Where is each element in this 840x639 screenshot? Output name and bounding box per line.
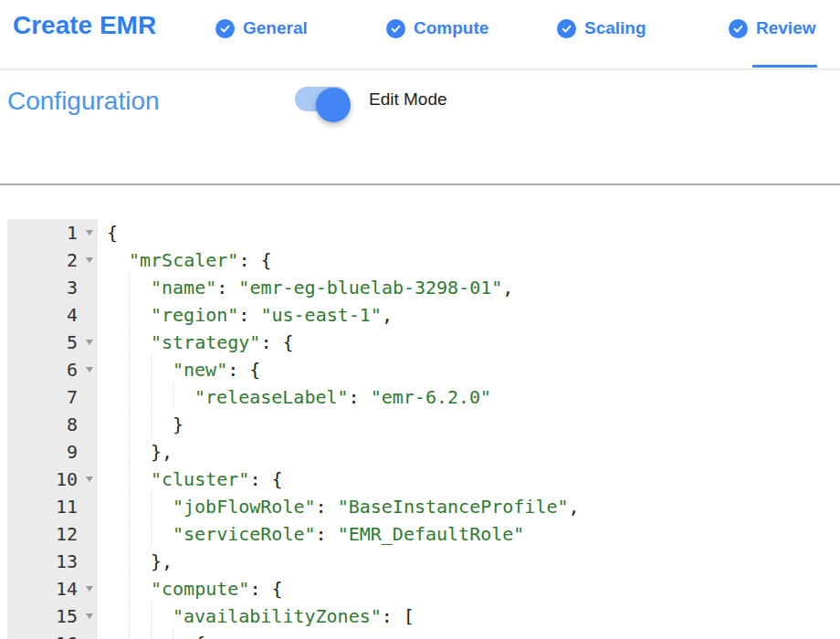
fold-arrow-slot	[80, 301, 98, 329]
gutter-cell: 15	[7, 602, 98, 630]
json-key: "region"	[151, 301, 238, 329]
json-string: "EMR_DefaultRole"	[338, 520, 525, 548]
indent-guide	[107, 575, 129, 602]
indent-guide	[151, 411, 173, 438]
json-punctuation: ,	[382, 301, 393, 329]
json-key: "compute"	[151, 575, 249, 602]
editor-line: 9},	[7, 438, 840, 466]
indent-guide	[129, 411, 151, 438]
json-punctuation: }	[173, 411, 184, 438]
indent-guide	[129, 438, 151, 466]
code-line[interactable]: "strategy": {	[98, 329, 840, 356]
gutter-cell: 6	[7, 356, 98, 383]
json-key: "mrScaler"	[129, 246, 238, 274]
json-key: "cluster"	[151, 466, 249, 493]
indent-guide	[151, 383, 173, 411]
gutter-cell: 9	[7, 438, 98, 466]
indent-guide	[129, 493, 151, 520]
code-line[interactable]: },	[98, 548, 840, 575]
line-number: 2	[7, 246, 80, 274]
line-number: 5	[7, 329, 80, 356]
check-circle-icon	[386, 19, 405, 38]
tab-general[interactable]: General	[215, 18, 308, 38]
fold-arrow[interactable]	[80, 329, 98, 356]
fold-arrow[interactable]	[80, 246, 98, 274]
indent-guide	[129, 383, 151, 411]
check-circle-icon	[557, 19, 576, 38]
line-number: 11	[7, 493, 80, 520]
code-line[interactable]: "compute": {	[98, 575, 840, 602]
json-string: "emr-6.2.0"	[371, 383, 491, 411]
fold-arrow[interactable]	[80, 630, 98, 639]
indent-guide	[107, 602, 129, 630]
code-line[interactable]: "jobFlowRole": "BaseInstanceProfile",	[98, 493, 840, 520]
tab-label: Compute	[414, 18, 488, 38]
gutter-cell: 12	[7, 520, 98, 548]
json-string: "emr-eg-bluelab-3298-01"	[238, 274, 502, 301]
code-line[interactable]: "region": "us-east-1",	[98, 301, 840, 329]
indent-guide	[151, 602, 173, 630]
gutter-cell: 1	[7, 219, 98, 246]
fold-arrow[interactable]	[80, 219, 98, 246]
code-line[interactable]: "mrScaler": {	[98, 246, 840, 274]
code-line[interactable]: "cluster": {	[98, 466, 840, 493]
indent-guide	[129, 602, 151, 630]
json-punctuation: : [	[382, 602, 415, 630]
code-line[interactable]: },	[98, 438, 840, 466]
editor-line: 16{	[7, 630, 840, 639]
gutter-cell: 5	[7, 329, 98, 356]
indent-guide	[107, 548, 129, 575]
toggle-knob[interactable]	[316, 88, 351, 122]
code-line[interactable]: {	[98, 630, 840, 639]
tab-scaling[interactable]: Scaling	[557, 18, 646, 38]
indent-guide	[107, 411, 129, 438]
fold-arrow[interactable]	[80, 575, 98, 602]
tab-review[interactable]: Review	[729, 18, 815, 38]
editor[interactable]: 1{2"mrScaler": {3"name": "emr-eg-bluelab…	[7, 219, 840, 639]
edit-mode-toggle[interactable]	[295, 87, 349, 111]
json-punctuation: : {	[249, 466, 282, 493]
indent-guide	[107, 301, 129, 329]
gutter-cell: 13	[7, 548, 98, 575]
tab-label: Scaling	[584, 18, 646, 38]
editor-line: 5"strategy": {	[7, 329, 840, 356]
editor-line: 12"serviceRole": "EMR_DefaultRole"	[7, 520, 840, 548]
gutter-cell: 11	[7, 493, 98, 520]
fold-arrow[interactable]	[80, 466, 98, 493]
line-number: 10	[7, 466, 80, 493]
json-punctuation: : {	[249, 575, 282, 602]
toggle-label: Edit Mode	[369, 89, 447, 110]
gutter-cell: 8	[7, 411, 98, 438]
indent-guide	[107, 329, 129, 356]
indent-guide	[107, 356, 129, 383]
json-punctuation: ,	[569, 493, 580, 520]
json-punctuation: :	[316, 493, 338, 520]
code-line[interactable]: }	[98, 411, 840, 438]
json-punctuation: },	[151, 438, 173, 466]
indent-guide	[129, 466, 151, 493]
line-number: 14	[7, 575, 80, 602]
code-line[interactable]: "new": {	[98, 356, 840, 383]
fold-arrow[interactable]	[80, 602, 98, 630]
line-number: 16	[7, 630, 80, 639]
code-line[interactable]: {	[98, 219, 840, 246]
indent-guide	[107, 466, 129, 493]
code-line[interactable]: "releaseLabel": "emr-6.2.0"	[98, 383, 840, 411]
code-line[interactable]: "name": "emr-eg-bluelab-3298-01",	[98, 274, 840, 301]
chevron-down-icon	[86, 613, 93, 619]
fold-arrow[interactable]	[80, 356, 98, 383]
tab-compute[interactable]: Compute	[386, 18, 488, 38]
code-line[interactable]: "serviceRole": "EMR_DefaultRole"	[98, 520, 840, 548]
json-string: "BaseInstanceProfile"	[338, 493, 569, 520]
gutter-cell: 16	[7, 630, 98, 639]
editor-line: 7"releaseLabel": "emr-6.2.0"	[7, 383, 840, 411]
json-key: "releaseLabel"	[194, 383, 349, 411]
indent-guide	[151, 493, 173, 520]
chevron-down-icon	[86, 586, 93, 592]
editor-line: 1{	[7, 219, 840, 246]
editor-line: 3"name": "emr-eg-bluelab-3298-01",	[7, 274, 840, 301]
line-number: 6	[7, 356, 80, 383]
tab-label: General	[243, 18, 308, 38]
code-line[interactable]: "availabilityZones": [	[98, 602, 840, 630]
line-number: 7	[7, 383, 80, 411]
